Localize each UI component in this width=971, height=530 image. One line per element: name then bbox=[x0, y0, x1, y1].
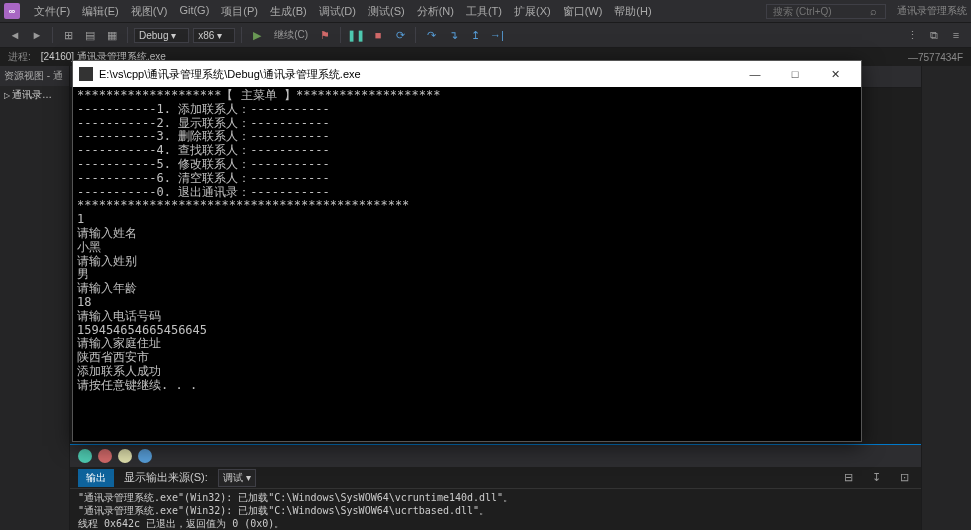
search-input[interactable] bbox=[766, 4, 886, 19]
run-to-cursor-icon[interactable]: →| bbox=[488, 26, 506, 44]
separator bbox=[127, 27, 128, 43]
solution-explorer: 资源视图 - 通 ▷ 通讯录… bbox=[0, 66, 70, 530]
restart-icon[interactable]: ⟳ bbox=[391, 26, 409, 44]
menu-视图[interactable]: 视图(V) bbox=[125, 4, 174, 19]
save-icon[interactable]: ▦ bbox=[103, 26, 121, 44]
process-extra: —7577434F bbox=[908, 52, 963, 63]
output-body: "通讯录管理系统.exe"(Win32): 已加载"C:\Windows\Sys… bbox=[70, 489, 921, 530]
properties-panel bbox=[921, 66, 971, 530]
toolbar-extra-icon[interactable]: ⧉ bbox=[925, 26, 943, 44]
output-icon-row bbox=[70, 445, 921, 467]
menu-调试[interactable]: 调试(D) bbox=[313, 4, 362, 19]
console-window: E:\vs\cpp\通讯录管理系统\Debug\通讯录管理系统.exe — □ … bbox=[72, 60, 862, 442]
separator bbox=[52, 27, 53, 43]
open-file-icon[interactable]: ▤ bbox=[81, 26, 99, 44]
pause-icon[interactable]: ❚❚ bbox=[347, 26, 365, 44]
stop-icon[interactable]: ■ bbox=[369, 26, 387, 44]
output-tab[interactable]: 输出 bbox=[78, 469, 114, 487]
status-dot-icon bbox=[138, 449, 152, 463]
solution-item-label: 通讯录… bbox=[12, 88, 52, 102]
step-over-icon[interactable]: ↷ bbox=[422, 26, 440, 44]
minimize-button[interactable]: — bbox=[735, 61, 775, 87]
output-source-label: 显示输出来源(S): bbox=[124, 470, 208, 485]
console-titlebar[interactable]: E:\vs\cpp\通讯录管理系统\Debug\通讯录管理系统.exe — □ … bbox=[73, 61, 861, 87]
close-button[interactable]: ✕ bbox=[815, 61, 855, 87]
toolbar-extra-icon[interactable]: ⋮ bbox=[903, 26, 921, 44]
run-icon[interactable]: ▶ bbox=[248, 26, 266, 44]
console-output: ********************【 主菜单 】*************… bbox=[73, 87, 861, 441]
output-tool-icon[interactable]: ⊡ bbox=[895, 469, 913, 487]
console-app-icon bbox=[79, 67, 93, 81]
menu-文件[interactable]: 文件(F) bbox=[28, 4, 76, 19]
platform-dropdown[interactable]: x86 ▾ bbox=[193, 28, 235, 43]
status-dot-icon bbox=[118, 449, 132, 463]
menu-工具[interactable]: 工具(T) bbox=[460, 4, 508, 19]
menu-bar: 文件(F)编辑(E)视图(V)Git(G)项目(P)生成(B)调试(D)测试(S… bbox=[28, 4, 658, 19]
output-source-select[interactable]: 调试 ▾ bbox=[218, 469, 256, 487]
menu-分析[interactable]: 分析(N) bbox=[411, 4, 460, 19]
solution-explorer-header: 资源视图 - 通 bbox=[0, 66, 69, 86]
project-name-label: 通讯录管理系统 bbox=[897, 4, 967, 18]
separator bbox=[241, 27, 242, 43]
output-tool-icon[interactable]: ⊟ bbox=[839, 469, 857, 487]
new-file-icon[interactable]: ⊞ bbox=[59, 26, 77, 44]
output-header: 输出 显示输出来源(S): 调试 ▾ ⊟ ↧ ⊡ bbox=[70, 467, 921, 489]
nav-forward-icon[interactable]: ► bbox=[28, 26, 46, 44]
config-dropdown[interactable]: Debug ▾ bbox=[134, 28, 189, 43]
menu-编辑[interactable]: 编辑(E) bbox=[76, 4, 125, 19]
status-dot-icon bbox=[98, 449, 112, 463]
main-toolbar: ◄ ► ⊞ ▤ ▦ Debug ▾ x86 ▾ ▶ 继续(C) ⚑ ❚❚ ■ ⟳… bbox=[0, 22, 971, 48]
separator bbox=[340, 27, 341, 43]
menu-帮助[interactable]: 帮助(H) bbox=[608, 4, 657, 19]
menu-生成[interactable]: 生成(B) bbox=[264, 4, 313, 19]
solution-item[interactable]: ▷ 通讯录… bbox=[0, 86, 69, 104]
maximize-button[interactable]: □ bbox=[775, 61, 815, 87]
output-tool-icon[interactable]: ↧ bbox=[867, 469, 885, 487]
step-into-icon[interactable]: ↴ bbox=[444, 26, 462, 44]
search-icon[interactable]: ⌕ bbox=[870, 5, 877, 17]
tree-expand-icon[interactable]: ▷ bbox=[4, 91, 10, 100]
console-title-text: E:\vs\cpp\通讯录管理系统\Debug\通讯录管理系统.exe bbox=[99, 67, 361, 82]
titlebar: ∞ 文件(F)编辑(E)视图(V)Git(G)项目(P)生成(B)调试(D)测试… bbox=[0, 0, 971, 22]
status-dot-icon bbox=[78, 449, 92, 463]
toolbar-extra-icon[interactable]: ≡ bbox=[947, 26, 965, 44]
continue-label[interactable]: 继续(C) bbox=[270, 28, 312, 42]
nav-back-icon[interactable]: ◄ bbox=[6, 26, 24, 44]
menu-扩展[interactable]: 扩展(X) bbox=[508, 4, 557, 19]
vs-logo-icon: ∞ bbox=[4, 3, 20, 19]
menu-测试[interactable]: 测试(S) bbox=[362, 4, 411, 19]
menu-git[interactable]: Git(G) bbox=[173, 4, 215, 19]
separator bbox=[415, 27, 416, 43]
step-out-icon[interactable]: ↥ bbox=[466, 26, 484, 44]
process-label: 进程: bbox=[8, 50, 31, 64]
output-panel: 输出 显示输出来源(S): 调试 ▾ ⊟ ↧ ⊡ "通讯录管理系统.exe"(W… bbox=[70, 444, 921, 530]
menu-窗口[interactable]: 窗口(W) bbox=[557, 4, 609, 19]
flag-icon[interactable]: ⚑ bbox=[316, 26, 334, 44]
menu-项目[interactable]: 项目(P) bbox=[215, 4, 264, 19]
